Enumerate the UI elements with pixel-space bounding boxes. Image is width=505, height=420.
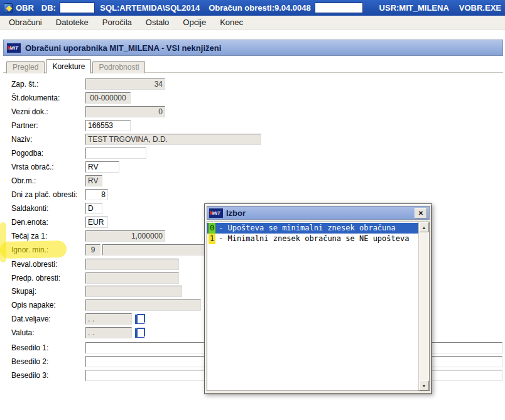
obracun-input[interactable] — [315, 3, 363, 13]
calendar-icon[interactable] — [135, 315, 144, 324]
scroll-up-button[interactable]: ▲ — [419, 222, 429, 232]
pogodba-field[interactable] — [85, 148, 146, 159]
field-label: Saldakonti: — [11, 204, 85, 213]
close-button[interactable]: ✕ — [415, 208, 427, 218]
sql-server-label: SQL:ARTEMIDA\SQL2014 — [100, 3, 200, 13]
menu-porocila[interactable]: Poročila — [102, 18, 132, 27]
reval-obresti-field — [85, 259, 179, 270]
izbor-list-panel: 0 - Upošteva se minimalni znesek obračun… — [207, 222, 430, 391]
field-label: Naziv: — [11, 135, 85, 144]
field-label: Reval.obresti: — [11, 260, 85, 269]
opis-napake-field — [85, 299, 201, 311]
field-label: Dat.veljave: — [11, 315, 85, 323]
st-dokumenta-field: 00-000000 — [85, 92, 131, 104]
list-item-0-key: 0 — [209, 223, 215, 234]
form-row: Dat.veljave: . . — [11, 313, 144, 325]
calendar-icon[interactable] — [135, 328, 144, 338]
izbor-dialog: MIT Izbor ✕ 0 - Upošteva se minimalni zn… — [204, 203, 432, 394]
saldakonti-field[interactable]: D — [85, 203, 102, 214]
skupaj-field — [85, 286, 182, 297]
field-label: Vrsta obrač.: — [11, 163, 85, 171]
form-row: Pogodba: — [11, 147, 146, 159]
field-label: Besedilo 1: — [11, 343, 85, 352]
form-row: Vrsta obrač.: RV — [11, 161, 119, 173]
menu-obracuni[interactable]: Obračuni — [9, 18, 42, 27]
menu-ostalo[interactable]: Ostalo — [146, 18, 170, 27]
tab-pregled[interactable]: Pregled — [6, 61, 45, 73]
form-row: Naziv: TEST TRGOVINA, D.D. — [11, 133, 261, 146]
field-label: Skupaj: — [11, 287, 85, 296]
mit-logo-icon: MIT — [209, 208, 223, 218]
scroll-down-button[interactable]: ▼ — [419, 380, 429, 390]
izbor-dialog-title-bar[interactable]: MIT Izbor ✕ — [207, 206, 430, 220]
field-label: Vezni dok.: — [11, 107, 85, 116]
menu-konec[interactable]: Konec — [220, 18, 243, 27]
list-item-1-text: - Minimalni znesek obračuna se NE upošte… — [219, 234, 409, 244]
list-item-0[interactable]: 0 - Upošteva se minimalni znesek obračun… — [207, 223, 418, 234]
vezni-dok-field: 0 — [85, 106, 165, 117]
tecaj-za-1-field: 1,000000 — [85, 230, 165, 242]
ignor-min-field[interactable]: 9 — [85, 244, 100, 256]
form-row: Zap. št.: 34 — [11, 78, 165, 90]
highlighter-smear — [0, 222, 6, 262]
user-label: USR:MIT_MILENA — [379, 3, 449, 13]
field-label: Partner: — [11, 121, 85, 130]
close-icon: ✕ — [418, 210, 423, 217]
form-row: Reval.obresti: — [11, 258, 179, 271]
tab-korekture[interactable]: Korekture — [46, 59, 91, 73]
field-label: Besedilo 2: — [11, 357, 85, 366]
mit-logo-icon: MIT — [7, 43, 21, 53]
scroll-down-icon: ▼ — [422, 384, 426, 388]
izbor-list: 0 - Upošteva se minimalni znesek obračun… — [207, 222, 418, 390]
app-title: OBR — [16, 3, 34, 13]
dni-za-plac-field[interactable]: 8 — [85, 189, 108, 200]
predp-obresti-field — [85, 272, 179, 284]
form-row: Vezni dok.: 0 — [11, 105, 165, 118]
field-label: Valuta: — [11, 328, 85, 337]
form-row: Valuta: . . — [11, 326, 144, 339]
form-row: Skupaj: — [11, 285, 182, 298]
db-input[interactable] — [60, 3, 95, 13]
field-label: Zap. št.: — [11, 80, 85, 89]
obracun-version-label: Obračun obresti:9.04.0048 — [209, 3, 311, 13]
form-row: Den.enota: EUR — [11, 216, 108, 229]
partner-field[interactable]: 166553 — [85, 120, 131, 131]
form-row: Predp. obresti: — [11, 272, 179, 284]
child-window-title: Obračuni uporabnika MIT_MILENA - VSI nek… — [25, 43, 221, 53]
field-label: Pogodba: — [11, 149, 85, 158]
scroll-up-icon: ▲ — [422, 225, 426, 230]
field-label: Ignor. min.: — [11, 245, 85, 254]
dat-veljave-field[interactable]: . . — [85, 313, 132, 325]
exe-label: VOBR.EXE — [459, 3, 501, 13]
den-enota-field[interactable]: EUR — [85, 217, 108, 228]
valuta-field[interactable]: . . — [85, 327, 132, 338]
field-label: Predp. obresti: — [11, 274, 85, 283]
form-row: Obr.m.: RV — [11, 175, 102, 187]
field-label: Besedilo 3: — [11, 371, 85, 380]
field-label: Opis napake: — [11, 301, 85, 310]
naziv-field: TEST TRGOVINA, D.D. — [85, 134, 261, 145]
tab-podrobnosti[interactable]: Podrobnosti — [92, 61, 145, 73]
menu-datoteke[interactable]: Datoteke — [56, 18, 89, 27]
field-label: Št.dokumenta: — [11, 94, 85, 102]
field-label: Obr.m.: — [11, 176, 85, 185]
form-row: Partner: 166553 — [11, 119, 131, 132]
menu-opcije[interactable]: Opcije — [183, 18, 206, 27]
vrsta-obrac-field[interactable]: RV — [85, 161, 119, 173]
menu-bar: Obračuni Datoteke Poročila Ostalo Opcije… — [0, 16, 505, 30]
izbor-dialog-title: Izbor — [226, 208, 246, 218]
form-row: Opis napake: — [11, 299, 201, 311]
list-item-1[interactable]: 1 - Minimalni znesek obračuna se NE upoš… — [207, 234, 418, 244]
field-label: Tečaj za 1: — [11, 232, 85, 240]
form-row: Saldakonti: D — [11, 202, 102, 215]
list-item-0-text: - Upošteva se minimalni znesek obračuna — [219, 223, 396, 234]
form-row: Dni za plač. obresti: 8 — [11, 188, 108, 201]
child-window-title-bar: MIT Obračuni uporabnika MIT_MILENA - VSI… — [3, 40, 503, 56]
form-row: Tečaj za 1: 1,000000 — [11, 230, 165, 242]
zap-st-field: 34 — [85, 78, 165, 90]
form-row: Št.dokumenta: 00-000000 — [11, 92, 131, 104]
scrollbar[interactable]: ▲ ▼ — [418, 222, 429, 390]
field-label: Dni za plač. obresti: — [11, 190, 85, 199]
title-bar: OBR DB: SQL:ARTEMIDA\SQL2014 Obračun obr… — [0, 0, 505, 16]
tab-strip: Pregled Korekture Podrobnosti — [6, 59, 146, 73]
